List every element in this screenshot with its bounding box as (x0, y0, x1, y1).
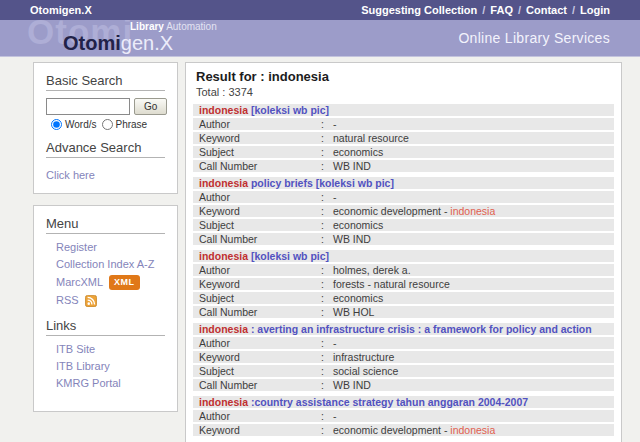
advance-search-title: Advance Search (46, 140, 165, 155)
top-link-faq[interactable]: FAQ (490, 4, 513, 16)
logo-tagline-bold: Library (130, 21, 164, 32)
field-colon: : (321, 118, 333, 130)
divider (46, 233, 165, 234)
collection-index-link[interactable]: Collection Index A-Z (56, 258, 154, 271)
record-title-link[interactable]: indonesia policy briefs [koleksi wb pic] (193, 177, 614, 189)
field-value-text: infrastructure (333, 351, 394, 363)
radio-phrase[interactable] (102, 119, 113, 130)
xml-badge[interactable]: XML (109, 275, 140, 290)
header-banner: Otomi Library Automation Otomigen.X Onli… (0, 20, 640, 57)
menu-title: Menu (46, 216, 165, 231)
field-value-text: economics (333, 292, 383, 304)
field-value: WB IND (333, 160, 608, 172)
record-field-row: Keyword:natural resource (193, 132, 614, 144)
menu-item-rss: RSS (56, 294, 165, 307)
record-title-term: indonesia (199, 396, 248, 408)
field-colon: : (321, 365, 333, 377)
record-title-link[interactable]: indonesia [koleksi wb pic] (193, 250, 614, 262)
record-title-term: indonesia (199, 177, 248, 189)
record-title-text: : averting an infrastructure crisis : a … (248, 323, 592, 335)
menu-item-register: Register (56, 241, 165, 254)
field-value-highlight: indonesia (450, 424, 495, 436)
field-label: Call Number (199, 233, 321, 245)
result-record: indonesia policy briefs [koleksi wb pic]… (193, 177, 614, 245)
field-label: Author (199, 191, 321, 203)
divider (46, 90, 165, 91)
result-record: indonesia [koleksi wb pic]Author:holmes,… (193, 250, 614, 318)
link-item-itb-library: ITB Library (56, 360, 165, 373)
menu-panel: Menu Register Collection Index A-Z MarcX… (33, 205, 178, 412)
radio-words[interactable] (51, 119, 62, 130)
field-colon: : (321, 219, 333, 231)
logo-text-light: gen.X (121, 32, 173, 54)
go-button[interactable]: Go (134, 98, 167, 115)
radio-phrase-label: Phrase (116, 119, 148, 130)
field-label: Subject (199, 365, 321, 377)
marcxml-link[interactable]: MarcXML (56, 276, 103, 289)
field-colon: : (321, 233, 333, 245)
top-link-contact[interactable]: Contact (526, 4, 567, 16)
record-title-link[interactable]: indonesia [koleksi wb pic] (193, 104, 614, 116)
basic-search-title: Basic Search (46, 73, 165, 88)
record-field-row: Author:- (193, 118, 614, 130)
results-panel: Result for : indonesia Total : 3374 indo… (185, 62, 622, 442)
basic-search-panel: Basic Search Go Word/s Phrase Advance Se… (33, 62, 178, 194)
field-label: Author (199, 118, 321, 130)
top-nav-separator: / (572, 4, 575, 16)
advance-search-link[interactable]: Click here (46, 169, 95, 181)
record-field-row: Author:holmes, derek a. (193, 264, 614, 276)
field-label: Subject (199, 292, 321, 304)
field-value-text: economics (333, 146, 383, 158)
itb-site-link[interactable]: ITB Site (56, 343, 95, 356)
field-label: Author (199, 264, 321, 276)
record-field-row: Author:- (193, 410, 614, 422)
top-link-suggesting-collection[interactable]: Suggesting Collection (361, 4, 477, 16)
rss-icon[interactable] (85, 295, 97, 307)
field-value: WB IND (333, 233, 608, 245)
field-value: WB IND (333, 379, 608, 391)
field-value: - (333, 191, 608, 203)
field-colon: : (321, 160, 333, 172)
record-field-row: Call Number:WB IND (193, 233, 614, 245)
field-label: Keyword (199, 205, 321, 217)
field-colon: : (321, 424, 333, 436)
itb-library-link[interactable]: ITB Library (56, 360, 110, 373)
record-title-text: [koleksi wb pic] (248, 250, 329, 262)
field-value: WB HOL (333, 306, 608, 318)
field-value: economic development - indonesia (333, 205, 608, 217)
field-value: forests - natural resource (333, 278, 608, 290)
link-item-kmrg-portal: KMRG Portal (56, 377, 165, 390)
top-link-login[interactable]: Login (580, 4, 610, 16)
result-record: indonesia :country assistance strategy t… (193, 396, 614, 436)
kmrg-portal-link[interactable]: KMRG Portal (56, 377, 121, 390)
divider (46, 335, 165, 336)
field-label: Subject (199, 219, 321, 231)
record-title-term: indonesia (199, 323, 248, 335)
field-colon: : (321, 306, 333, 318)
field-value-text: WB IND (333, 160, 371, 172)
field-value: natural resource (333, 132, 608, 144)
field-colon: : (321, 191, 333, 203)
results-header: Result for : indonesia (196, 69, 614, 84)
record-title-link[interactable]: indonesia :country assistance strategy t… (193, 396, 614, 408)
logo: Library Automation Otomigen.X (63, 21, 217, 53)
rss-link[interactable]: RSS (56, 294, 79, 307)
field-label: Call Number (199, 379, 321, 391)
record-field-row: Subject:economics (193, 219, 614, 231)
record-field-row: Author:- (193, 337, 614, 349)
field-colon: : (321, 205, 333, 217)
record-title-link[interactable]: indonesia : averting an infrastructure c… (193, 323, 614, 335)
register-link[interactable]: Register (56, 241, 97, 254)
field-value: economic development - indonesia (333, 424, 608, 436)
sidebar: Basic Search Go Word/s Phrase Advance Se… (33, 62, 178, 412)
links-title: Links (46, 318, 165, 333)
field-value-text: - (333, 118, 337, 130)
record-field-row: Subject:economics (193, 292, 614, 304)
field-value: - (333, 410, 608, 422)
links-list: ITB Site ITB Library KMRG Portal (46, 343, 165, 390)
field-value-text: economic development - (333, 205, 450, 217)
search-input[interactable] (46, 98, 130, 115)
field-value-text: holmes, derek a. (333, 264, 411, 276)
record-title-text: [koleksi wb pic] (248, 104, 329, 116)
record-field-row: Keyword:economic development - indonesia (193, 424, 614, 436)
